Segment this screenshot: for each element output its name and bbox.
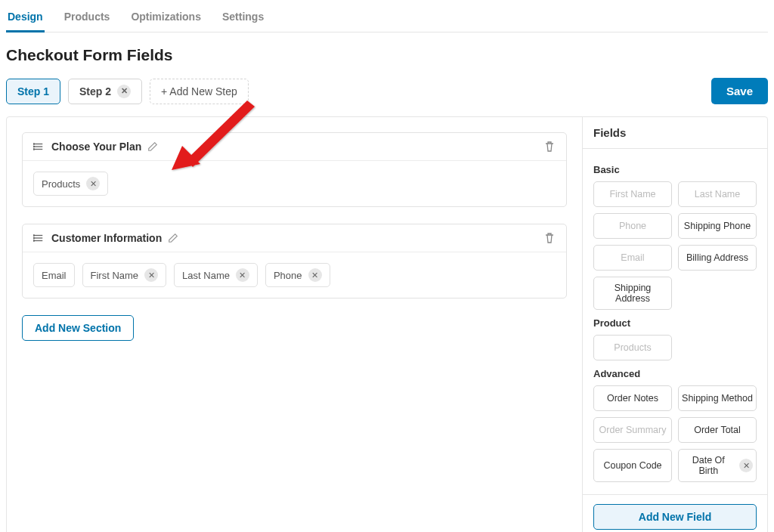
field-pill-email[interactable]: Email: [593, 245, 672, 271]
page-title: Checkout Form Fields: [6, 46, 768, 64]
field-chip-last-name[interactable]: Last Name ✕: [174, 263, 258, 287]
remove-field-icon[interactable]: ✕: [236, 268, 249, 282]
sidebar-body: Basic First Name Last Name Phone Shippin…: [583, 149, 767, 494]
svg-point-3: [33, 144, 34, 144]
add-step-button[interactable]: + Add New Step: [150, 79, 249, 104]
section-title: Customer Information: [51, 232, 162, 244]
drag-handle-icon[interactable]: [33, 233, 44, 243]
edit-title-icon[interactable]: [168, 233, 178, 243]
field-chip-label: Email: [42, 270, 67, 281]
field-pill-label: Date Of Birth: [682, 455, 735, 476]
delete-section-icon[interactable]: [543, 141, 556, 153]
tab-products[interactable]: Products: [63, 6, 112, 32]
remove-field-icon[interactable]: ✕: [86, 177, 100, 190]
main-layout: Choose Your Plan Products ✕: [6, 116, 768, 532]
field-pill-last-name[interactable]: Last Name: [678, 181, 757, 207]
field-chip-label: Last Name: [182, 270, 230, 281]
remove-step-icon[interactable]: ✕: [117, 85, 131, 98]
group-label-product: Product: [593, 317, 757, 329]
tab-optimizations[interactable]: Optimizations: [129, 6, 203, 32]
field-chip-label: Phone: [274, 270, 302, 281]
field-pill-shipping-method[interactable]: Shipping Method: [678, 385, 757, 411]
step-1[interactable]: Step 1: [6, 79, 60, 104]
step-2-label: Step 2: [79, 85, 111, 97]
tab-settings[interactable]: Settings: [221, 6, 265, 32]
field-pill-shipping-address[interactable]: Shipping Address: [593, 277, 672, 310]
field-pill-first-name[interactable]: First Name: [593, 181, 672, 207]
fields-sidebar: Fields Basic First Name Last Name Phone …: [582, 117, 767, 532]
field-chip-phone[interactable]: Phone ✕: [265, 263, 330, 287]
field-chip-products[interactable]: Products ✕: [33, 172, 108, 196]
field-pill-billing-address[interactable]: Billing Address: [678, 245, 757, 271]
field-chip-first-name[interactable]: First Name ✕: [82, 263, 167, 287]
field-group-basic: First Name Last Name Phone Shipping Phon…: [593, 181, 757, 310]
group-label-advanced: Advanced: [593, 368, 757, 379]
section-header: Choose Your Plan: [23, 133, 566, 161]
svg-point-11: [33, 240, 34, 241]
drag-handle-icon[interactable]: [33, 141, 44, 152]
field-pill-products[interactable]: Products: [593, 335, 672, 360]
field-chip-label: Products: [42, 178, 80, 190]
delete-section-icon[interactable]: [543, 232, 556, 244]
add-section-button[interactable]: Add New Section: [22, 315, 134, 341]
step-2[interactable]: Step 2 ✕: [68, 79, 142, 104]
remove-field-icon[interactable]: ✕: [144, 268, 158, 282]
top-tabs: Design Products Optimizations Settings: [6, 6, 768, 32]
field-chip-label: First Name: [91, 270, 139, 281]
svg-point-5: [33, 149, 34, 150]
group-label-basic: Basic: [593, 164, 757, 175]
section-body[interactable]: Products ✕: [23, 161, 566, 206]
sidebar-footer: Add New Field: [583, 494, 767, 532]
section-customer-info: Customer Information Email First: [22, 224, 567, 298]
remove-field-icon[interactable]: ✕: [739, 459, 753, 472]
form-canvas: Choose Your Plan Products ✕: [7, 117, 582, 532]
steps-container: Step 1 Step 2 ✕ + Add New Step: [6, 79, 249, 104]
save-button[interactable]: Save: [711, 78, 768, 104]
svg-point-10: [33, 237, 34, 238]
edit-title-icon[interactable]: [147, 141, 158, 152]
field-group-advanced: Order Notes Shipping Method Order Summar…: [593, 385, 757, 482]
field-chip-email[interactable]: Email: [33, 263, 75, 287]
section-choose-plan: Choose Your Plan Products ✕: [22, 132, 567, 207]
sidebar-title: Fields: [583, 117, 767, 149]
svg-point-4: [33, 146, 34, 147]
field-pill-shipping-phone[interactable]: Shipping Phone: [678, 213, 757, 239]
add-field-button[interactable]: Add New Field: [593, 504, 757, 530]
field-pill-order-total[interactable]: Order Total: [678, 417, 757, 443]
field-pill-order-notes[interactable]: Order Notes: [593, 385, 672, 411]
field-pill-date-of-birth[interactable]: Date Of Birth ✕: [678, 449, 757, 482]
remove-field-icon[interactable]: ✕: [308, 268, 322, 282]
field-pill-order-summary[interactable]: Order Summary: [593, 417, 672, 443]
section-header: Customer Information: [23, 224, 566, 252]
section-title: Choose Your Plan: [51, 141, 141, 153]
field-group-product: Products: [593, 335, 757, 360]
svg-point-9: [33, 235, 34, 236]
section-body[interactable]: Email First Name ✕ Last Name ✕ Phone ✕: [23, 252, 566, 298]
step-row: Step 1 Step 2 ✕ + Add New Step Save: [6, 78, 768, 104]
field-pill-coupon-code[interactable]: Coupon Code: [593, 449, 672, 482]
field-pill-phone[interactable]: Phone: [593, 213, 672, 239]
tab-design[interactable]: Design: [6, 6, 45, 32]
